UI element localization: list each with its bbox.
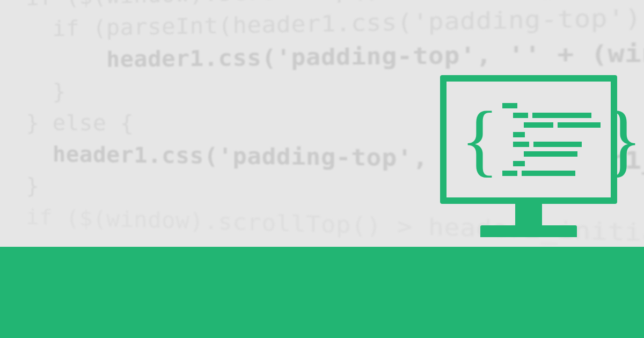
monitor-neck (515, 204, 542, 225)
monitor-base (480, 225, 577, 237)
code-bars-icon (502, 100, 601, 179)
monitor-icon: { } (440, 75, 617, 237)
footer-bar (0, 247, 644, 338)
left-brace-icon: { (460, 99, 499, 180)
monitor-screen: { } (440, 75, 617, 204)
right-brace-icon: } (604, 99, 642, 180)
